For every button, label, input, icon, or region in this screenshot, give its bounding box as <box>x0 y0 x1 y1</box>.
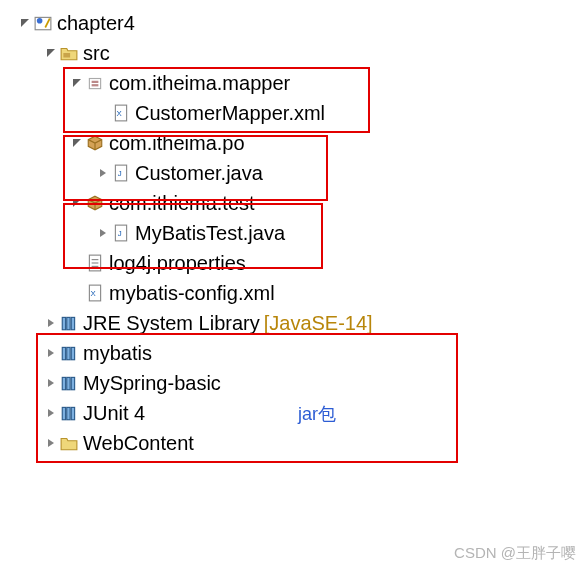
svg-rect-18 <box>62 317 65 329</box>
package-mapper-node[interactable]: com.itheima.mapper <box>18 68 586 98</box>
svg-point-1 <box>37 18 43 24</box>
svg-rect-24 <box>62 377 65 389</box>
java-file-icon: J <box>112 164 130 182</box>
collapse-arrow-icon[interactable] <box>44 376 58 390</box>
library-label: mybatis <box>83 342 152 365</box>
xml-file-icon: X <box>112 104 130 122</box>
no-arrow <box>96 106 110 120</box>
svg-rect-26 <box>71 377 74 389</box>
package-icon <box>86 194 104 212</box>
expand-arrow-icon[interactable] <box>70 76 84 90</box>
properties-file-icon <box>86 254 104 272</box>
library-mybatis-node[interactable]: mybatis <box>18 338 586 368</box>
xml-file-icon: X <box>86 284 104 302</box>
file-label: Customer.java <box>135 162 263 185</box>
no-arrow <box>70 286 84 300</box>
collapse-arrow-icon[interactable] <box>44 436 58 450</box>
project-label: chapter4 <box>57 12 135 35</box>
package-label: com.itheima.mapper <box>109 72 290 95</box>
svg-rect-23 <box>71 347 74 359</box>
svg-rect-21 <box>62 347 65 359</box>
library-myspring-node[interactable]: MySpring-basic <box>18 368 586 398</box>
no-arrow <box>70 256 84 270</box>
package-po-node[interactable]: com.itheima.po <box>18 128 586 158</box>
collapse-arrow-icon[interactable] <box>44 346 58 360</box>
svg-rect-22 <box>67 347 70 359</box>
library-icon <box>60 404 78 422</box>
file-label: CustomerMapper.xml <box>135 102 325 125</box>
svg-rect-3 <box>89 79 100 89</box>
file-customermapper-node[interactable]: X CustomerMapper.xml <box>18 98 586 128</box>
file-label: mybatis-config.xml <box>109 282 275 305</box>
svg-text:J: J <box>118 229 122 238</box>
annotation-jar: jar包 <box>298 402 336 426</box>
collapse-arrow-icon[interactable] <box>96 166 110 180</box>
java-file-icon: J <box>112 224 130 242</box>
folder-label: WebContent <box>83 432 194 455</box>
collapse-arrow-icon[interactable] <box>44 316 58 330</box>
svg-rect-25 <box>67 377 70 389</box>
expand-arrow-icon[interactable] <box>70 136 84 150</box>
project-node[interactable]: chapter4 <box>18 8 586 38</box>
file-label: MyBatisTest.java <box>135 222 285 245</box>
project-icon <box>34 14 52 32</box>
svg-rect-2 <box>63 53 70 58</box>
library-icon <box>60 344 78 362</box>
package-icon <box>86 134 104 152</box>
svg-rect-28 <box>67 407 70 419</box>
svg-rect-27 <box>62 407 65 419</box>
svg-rect-29 <box>71 407 74 419</box>
file-label: log4j.properties <box>109 252 246 275</box>
svg-text:J: J <box>118 169 122 178</box>
svg-rect-5 <box>92 84 99 86</box>
watermark: CSDN @王胖子嘤 <box>454 544 576 563</box>
expand-arrow-icon[interactable] <box>70 196 84 210</box>
svg-text:X: X <box>91 289 97 298</box>
package-label: com.itheima.po <box>109 132 245 155</box>
svg-rect-20 <box>71 317 74 329</box>
svg-rect-4 <box>92 81 99 83</box>
file-log4j-node[interactable]: log4j.properties <box>18 248 586 278</box>
package-icon <box>86 74 104 92</box>
library-icon <box>60 314 78 332</box>
library-label: JUnit 4 <box>83 402 145 425</box>
src-label: src <box>83 42 110 65</box>
library-label: JRE System Library <box>83 312 260 335</box>
collapse-arrow-icon[interactable] <box>96 226 110 240</box>
expand-arrow-icon[interactable] <box>44 46 58 60</box>
library-jre-node[interactable]: JRE System Library [JavaSE-14] <box>18 308 586 338</box>
src-folder-node[interactable]: src <box>18 38 586 68</box>
svg-rect-19 <box>67 317 70 329</box>
svg-text:X: X <box>117 109 123 118</box>
package-label: com.ithiema.test <box>109 192 255 215</box>
library-label: MySpring-basic <box>83 372 221 395</box>
library-icon <box>60 374 78 392</box>
package-test-node[interactable]: com.ithiema.test <box>18 188 586 218</box>
file-mybatisconfig-node[interactable]: X mybatis-config.xml <box>18 278 586 308</box>
file-mybatistest-node[interactable]: J MyBatisTest.java <box>18 218 586 248</box>
library-decorator: [JavaSE-14] <box>264 312 373 335</box>
webcontent-folder-node[interactable]: WebContent <box>18 428 586 458</box>
folder-icon <box>60 434 78 452</box>
file-customer-node[interactable]: J Customer.java <box>18 158 586 188</box>
collapse-arrow-icon[interactable] <box>44 406 58 420</box>
source-folder-icon <box>60 44 78 62</box>
expand-arrow-icon[interactable] <box>18 16 32 30</box>
